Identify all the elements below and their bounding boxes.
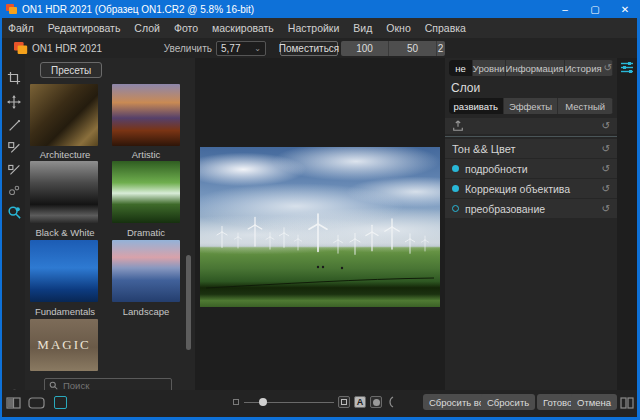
presets-panel: Пресеты Architecture Artistic Black & Wh… <box>25 58 195 390</box>
brush-tool-icon[interactable] <box>6 117 22 133</box>
mask-view-icon[interactable] <box>370 396 382 408</box>
zoom-25-button-clipped[interactable]: 2 <box>437 41 444 56</box>
divider <box>445 136 617 137</box>
tools-column <box>2 58 25 390</box>
bottom-bar: A Сбросить все Сбросить Готово Отмена <box>0 390 640 417</box>
fit-button[interactable]: Поместиться <box>280 41 338 56</box>
history-icon: ↺ <box>604 63 612 73</box>
layers-title: Слои <box>451 81 480 95</box>
preset-label: Black & White <box>25 227 105 238</box>
enabled-dot-icon[interactable] <box>452 185 459 192</box>
compare-box-icon[interactable] <box>338 396 350 408</box>
app-window: ON1 HDR 2021 (Образец ON1.CR2 @ 5.8% 16-… <box>0 0 640 420</box>
preset-thumb-artistic[interactable] <box>112 84 180 146</box>
develop-header-row: ↺ <box>445 118 617 134</box>
cancel-button[interactable]: Отмена <box>571 394 617 410</box>
preset-thumb-fundamentals[interactable] <box>30 240 98 302</box>
canvas-area <box>195 58 445 390</box>
app-name: ON1 HDR 2021 <box>32 43 102 54</box>
filmstrip-icon[interactable] <box>28 397 45 409</box>
maximize-button[interactable]: ▢ <box>580 0 610 18</box>
view-tool-icon[interactable] <box>6 204 22 220</box>
dual-pane-icon[interactable] <box>620 397 634 409</box>
reset-icon[interactable]: ↺ <box>602 144 610 154</box>
preset-thumb-architecture[interactable] <box>30 84 98 146</box>
menu-bar: Файл Редактировать Слой Фото маскировать… <box>0 18 640 38</box>
tab-develop[interactable]: развивать <box>449 98 504 114</box>
tab-local[interactable]: Местный <box>558 98 613 114</box>
preset-thumb-dramatic[interactable] <box>112 161 180 223</box>
crop-tool-icon[interactable] <box>6 70 22 86</box>
reset-button[interactable]: Сбросить <box>481 394 535 410</box>
reset-icon[interactable]: ↺ <box>602 204 610 214</box>
menu-file[interactable]: Файл <box>8 22 34 34</box>
section-label: Коррекция объектива <box>465 183 596 195</box>
chevron-down-icon: ⌄ <box>254 44 261 53</box>
mode-tabs: развивать Эффекты Местный <box>449 98 613 114</box>
menu-window[interactable]: Окно <box>386 22 410 34</box>
section-lens-correction[interactable]: Коррекция объектива ↺ <box>445 179 617 198</box>
tab-history[interactable]: История ↺ <box>565 60 613 76</box>
preset-thumb-black-white[interactable] <box>30 161 98 223</box>
zoom-value: 5,77 <box>221 43 240 54</box>
disabled-dot-icon[interactable] <box>452 205 459 212</box>
preset-magic-overlay: MAGIC <box>30 319 98 371</box>
section-transform[interactable]: преобразование ↺ <box>445 199 617 218</box>
reset-icon[interactable]: ↺ <box>602 164 610 174</box>
masking-bug-tool-icon[interactable] <box>6 161 22 177</box>
menu-view[interactable]: Вид <box>353 22 372 34</box>
zoom-label: Увеличить <box>160 43 212 54</box>
zoom-50-button[interactable]: 50 <box>389 41 437 56</box>
menu-settings[interactable]: Настройки <box>288 22 340 34</box>
menu-photo[interactable]: Фото <box>174 22 198 34</box>
menu-layer[interactable]: Слой <box>134 22 160 34</box>
zoom-slider-knob[interactable] <box>259 398 267 406</box>
menu-help[interactable]: Справка <box>425 22 466 34</box>
reset-icon[interactable]: ↺ <box>602 184 610 194</box>
export-icon[interactable] <box>452 120 464 132</box>
search-icon <box>49 381 58 390</box>
clipped-icon[interactable] <box>386 396 394 408</box>
reset-icon[interactable]: ↺ <box>602 121 610 131</box>
section-label: подробности <box>465 163 596 175</box>
section-label: преобразование <box>465 203 596 215</box>
close-button[interactable]: ✕ <box>610 0 640 18</box>
zoom-preset-bar: 100 50 2 <box>341 41 445 56</box>
move-tool-icon[interactable] <box>6 94 22 110</box>
zoom-100-button[interactable]: 100 <box>341 41 389 56</box>
tab-none[interactable]: не <box>449 60 473 76</box>
tab-levels[interactable]: Уровни <box>473 60 506 76</box>
right-panel-tabs: не Уровни Информация История ↺ <box>449 60 613 76</box>
zoom-out-icon[interactable] <box>233 399 239 405</box>
refine-tool-icon[interactable] <box>6 182 22 198</box>
section-label: Тон && Цвет <box>452 143 596 155</box>
menu-edit[interactable]: Редактировать <box>48 22 121 34</box>
section-tone-color[interactable]: Тон && Цвет ↺ <box>445 139 617 158</box>
preset-label: Artistic <box>106 149 186 160</box>
preset-thumb-landscape[interactable] <box>112 240 180 302</box>
original-preview-icon[interactable]: A <box>354 396 366 408</box>
tab-history-label: История <box>565 63 602 74</box>
preset-label: Architecture <box>25 149 105 160</box>
window-border-left <box>0 18 2 420</box>
zoom-dropdown[interactable]: 5,77 ⌄ <box>216 41 266 56</box>
tab-info[interactable]: Информация <box>506 60 565 76</box>
tab-effects[interactable]: Эффекты <box>504 98 559 114</box>
presets-tab[interactable]: Пресеты <box>40 62 102 78</box>
zoom-slider-track[interactable] <box>244 402 334 403</box>
menu-mask[interactable]: маскировать <box>212 22 274 34</box>
enabled-dot-icon[interactable] <box>452 165 459 172</box>
preset-label: Landscape <box>106 306 186 317</box>
app-logo-icon <box>14 42 28 54</box>
split-view-icon[interactable] <box>6 397 21 409</box>
right-panel: не Уровни Информация История ↺ Слои разв… <box>445 58 617 390</box>
masking-brush-tool-icon[interactable] <box>6 139 22 155</box>
preset-label: Dramatic <box>106 227 186 238</box>
preview-mode-icon[interactable] <box>54 396 67 409</box>
sliders-icon[interactable] <box>620 60 634 74</box>
presets-scrollbar[interactable] <box>186 255 191 350</box>
preset-thumb-magic[interactable]: MAGIC <box>30 319 98 371</box>
minimize-button[interactable]: – <box>550 0 580 18</box>
section-details[interactable]: подробности ↺ <box>445 159 617 178</box>
canvas-photo[interactable] <box>200 147 440 307</box>
